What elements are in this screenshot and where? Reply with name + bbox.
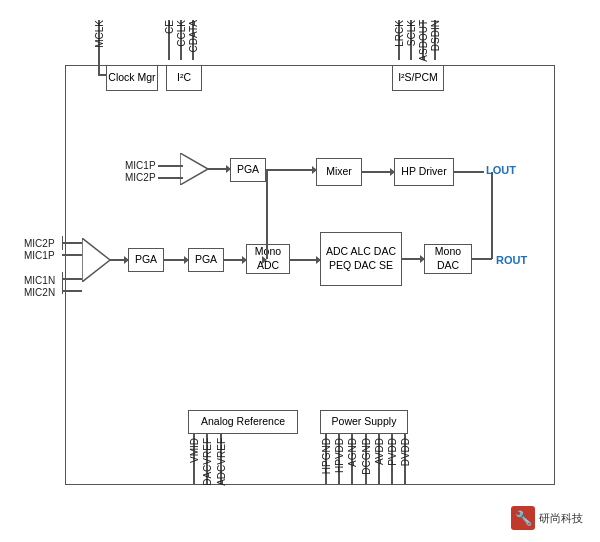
pga-lower1-block: PGA [128, 248, 164, 272]
mixer-to-hp-driver-line [362, 171, 394, 173]
mic1p-lower-label: MIC1P [24, 250, 55, 261]
cdata-label: CDATA [188, 20, 199, 52]
pga1-to-pga2-line [164, 259, 188, 261]
agnd-label: AGND [347, 438, 358, 467]
i2c-block: I²C [166, 65, 202, 91]
watermark-icon: 🔧 [511, 506, 535, 530]
hpgnd-label: HPGND [321, 438, 332, 474]
rout-label: ROUT [496, 254, 527, 266]
cclk-label: CCLK [176, 20, 187, 47]
pga-lower2-block: PGA [188, 248, 224, 272]
hpvdd-label: HPVDD [334, 438, 345, 473]
dsdin-label: DSDIN [430, 20, 441, 51]
vmid-label: VMID [189, 438, 200, 463]
clock-mgr-block: Clock Mgr [106, 65, 158, 91]
asdout-label: ASDOUT [418, 20, 429, 62]
mic-upper-bracket [62, 236, 63, 250]
hp-driver-block: HP Driver [394, 158, 454, 186]
svg-marker-1 [82, 238, 110, 282]
diagram-container: MCLK CE CCLK CDATA Clock Mgr I²C LRCK SC… [10, 10, 588, 532]
watermark: 🔧 研尚科技 [511, 506, 583, 530]
pga-upper-block: PGA [230, 158, 266, 182]
pga-upper-vertical-down [266, 169, 268, 259]
power-supply-block: Power Supply [320, 410, 408, 434]
dcgnd-label: DCGND [361, 438, 372, 475]
main-box [65, 65, 555, 485]
pga2-to-mono-adc-line [224, 259, 246, 261]
mic1n-label: MIC1N [24, 275, 55, 286]
mic1p-upper-label: MIC1P [125, 160, 156, 171]
mixer-block: Mixer [316, 158, 362, 186]
i2s-pcm-block: I²S/PCM [392, 65, 444, 91]
lrck-label: LRCK [394, 20, 405, 47]
pvdd-label: PVDD [387, 438, 398, 466]
mic2p-upper-label: MIC2P [125, 172, 156, 183]
mic2n-lower-line [62, 290, 82, 292]
analog-ref-block: Analog Reference [188, 410, 298, 434]
dsp-to-mono-dac-line [402, 258, 424, 260]
mclk-label: MCLK [94, 20, 105, 48]
mic1n-lower-line [62, 278, 82, 280]
dvdd-label: DVDD [400, 438, 411, 466]
lower-buf-to-pga1-line [110, 259, 128, 261]
mic2p-lower-line [62, 242, 82, 244]
dsp-block: ADC ALC DAC PEQ DAC SE [320, 232, 402, 286]
mono-dac-to-rout-line [472, 258, 492, 260]
rout-vline [491, 172, 493, 259]
mic-lower-bracket [62, 272, 63, 294]
avdd-label: AVDD [374, 438, 385, 465]
mic2n-label: MIC2N [24, 287, 55, 298]
lout-line [454, 171, 484, 173]
sclk-label: SCLK [406, 20, 417, 46]
mic1p-lower-line [62, 254, 82, 256]
mic2p-lower-label: MIC2P [24, 238, 55, 249]
watermark-text: 研尚科技 [539, 511, 583, 526]
upper-buf-to-pga-line [208, 168, 230, 170]
svg-marker-0 [180, 153, 208, 185]
mono-dac-block: Mono DAC [424, 244, 472, 274]
adcvref-label: ADCVREF [216, 438, 227, 486]
ce-label: CE [164, 20, 175, 34]
pga-upper-to-mixer-line [266, 169, 316, 171]
adc-to-dsp-line [290, 259, 320, 261]
dacvref-label: DACVREF [202, 438, 213, 486]
